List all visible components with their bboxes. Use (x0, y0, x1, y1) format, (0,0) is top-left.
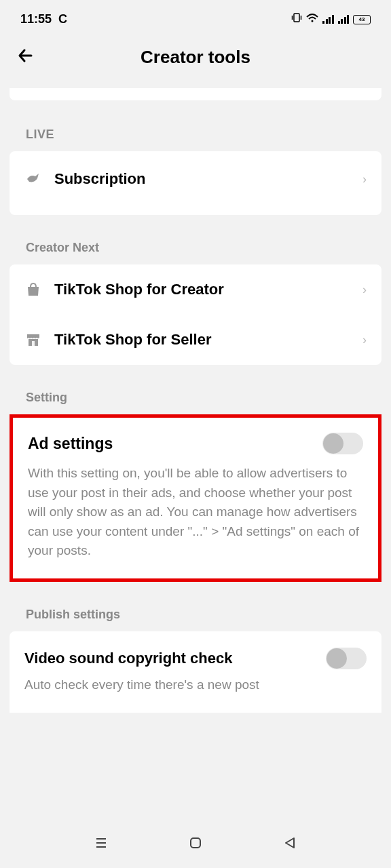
ad-settings-toggle[interactable] (322, 433, 363, 454)
status-indicator: C (58, 12, 67, 26)
video-sound-description: Auto check every time there's a new post (24, 677, 367, 692)
toggle-knob (327, 648, 347, 669)
status-bar: 11:55 C 43 (0, 0, 391, 33)
subscription-item[interactable]: Subscription › (10, 151, 381, 215)
svg-point-3 (312, 20, 314, 22)
vibrate-icon (291, 12, 302, 26)
page-header: Creator tools (0, 33, 391, 88)
ad-settings-card: Ad settings With this setting on, you'll… (10, 414, 381, 582)
signal-icon-2 (338, 15, 350, 24)
svg-rect-5 (32, 341, 35, 346)
subscription-icon (24, 170, 42, 188)
shop-seller-label: TikTok Shop for Seller (54, 331, 350, 349)
video-sound-toggle[interactable] (326, 648, 367, 669)
prev-card-bottom (10, 88, 381, 100)
chevron-right-icon: › (362, 333, 367, 347)
section-label-creator-next: Creator Next (0, 234, 391, 264)
ad-settings-description: With this setting on, you'll be able to … (28, 464, 363, 561)
toggle-knob (323, 433, 343, 454)
ad-settings-title: Ad settings (28, 435, 113, 453)
chevron-right-icon: › (362, 172, 367, 186)
wifi-icon (306, 12, 318, 26)
back-button[interactable] (16, 45, 37, 69)
shop-creator-label: TikTok Shop for Creator (54, 281, 350, 298)
shop-bag-icon (24, 281, 42, 298)
home-button[interactable] (188, 835, 203, 853)
section-label-publish: Publish settings (0, 601, 391, 631)
subscription-label: Subscription (54, 170, 350, 188)
battery-icon: 43 (353, 15, 371, 24)
section-label-live: LIVE (0, 121, 391, 151)
shop-store-icon (24, 331, 42, 349)
video-sound-card: Video sound copyright check Auto check e… (10, 631, 381, 713)
system-nav-bar (0, 821, 391, 868)
signal-icon-1 (322, 15, 334, 24)
status-icons: 43 (291, 12, 371, 26)
chevron-right-icon: › (362, 283, 367, 297)
section-label-setting: Setting (0, 384, 391, 414)
status-time: 11:55 (20, 12, 52, 26)
page-title: Creator tools (16, 47, 375, 68)
back-nav-button[interactable] (282, 835, 297, 853)
svg-rect-9 (191, 838, 200, 848)
tiktok-shop-seller-item[interactable]: TikTok Shop for Seller › (10, 315, 381, 365)
video-sound-title: Video sound copyright check (24, 650, 232, 667)
tiktok-shop-creator-item[interactable]: TikTok Shop for Creator › (10, 264, 381, 315)
recent-apps-button[interactable] (94, 835, 109, 853)
svg-rect-0 (294, 14, 299, 22)
